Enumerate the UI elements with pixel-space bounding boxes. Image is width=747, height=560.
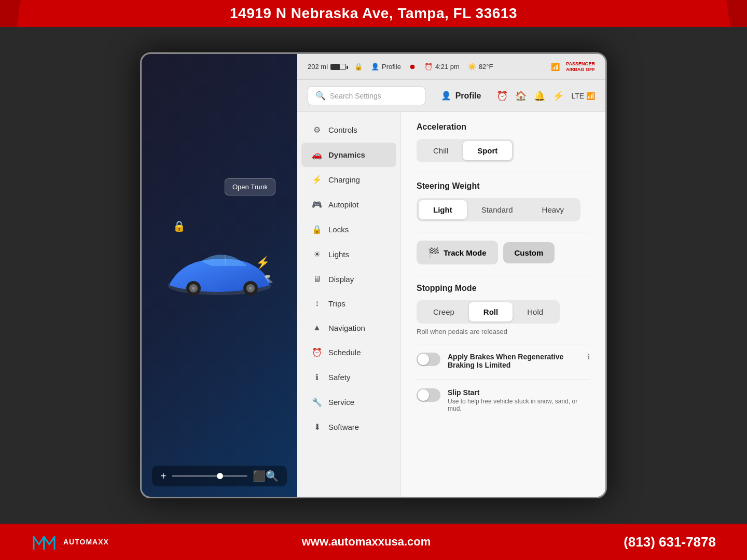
stopping-roll-btn[interactable]: Roll — [469, 302, 513, 321]
sun-icon: ☀️ — [468, 63, 476, 71]
sidebar-item-schedule[interactable]: ⏰ Schedule — [301, 340, 396, 365]
steering-weight-title: Steering Weight — [417, 181, 590, 191]
search-icon: 🔍 — [315, 91, 326, 101]
open-trunk-button[interactable]: Open Trunk — [225, 178, 275, 195]
dynamics-settings: Acceleration Chill Sport Steering Weight… — [401, 112, 605, 497]
sidebar-item-trips[interactable]: ↕ Trips — [301, 291, 396, 315]
car-lock-icon: 🔒 — [173, 220, 186, 232]
divider-1 — [417, 173, 590, 173]
top-banner: 14919 N Nebraska Ave, Tampa, FL 33613 — [0, 0, 747, 27]
profile-icon: 👤 — [441, 91, 451, 101]
svg-point-8 — [265, 275, 270, 278]
acceleration-chill-btn[interactable]: Chill — [419, 141, 463, 160]
sidebar-item-locks[interactable]: 🔒 Locks — [301, 217, 396, 242]
top-banner-text: 14919 N Nebraska Ave, Tampa, FL 33613 — [230, 5, 517, 22]
steering-weight-group: Light Standard Heavy — [417, 198, 580, 221]
sidebar-item-label: Autopilot — [328, 200, 358, 209]
dynamics-icon: 🚗 — [312, 150, 322, 160]
bottom-banner-url: www.automaxxusa.com — [302, 535, 431, 549]
acceleration-group: Chill Sport — [417, 139, 514, 162]
sidebar-item-service[interactable]: 🔧 Service — [301, 390, 396, 414]
top-icons: ⏰ 🏠 🔔 ⚡ LTE 📶 — [496, 90, 595, 102]
apply-brakes-label-area: Apply Brakes When Regenerative Braking I… — [448, 353, 580, 370]
apply-brakes-toggle[interactable] — [417, 353, 440, 366]
steering-standard-btn[interactable]: Standard — [467, 200, 528, 219]
status-right: 📶 PASSENGER AIRBAG OFF — [551, 61, 595, 73]
signal-bars-icon: 📶 — [551, 63, 560, 71]
sidebar-item-navigation[interactable]: ▲ Navigation — [301, 316, 396, 340]
sidebar-item-dynamics[interactable]: 🚗 Dynamics — [301, 143, 396, 167]
track-mode-row: 🏁 Track Mode Custom — [417, 241, 590, 264]
sidebar-item-lights[interactable]: ☀ Lights — [301, 242, 396, 267]
main-content: Open Trunk 🔒 ⚡ + ⬛ 🔍 202 mi — [0, 27, 747, 524]
stopping-hold-btn[interactable]: Hold — [513, 302, 558, 321]
custom-button[interactable]: Custom — [503, 242, 555, 263]
sidebar-item-label: Display — [328, 275, 354, 284]
sidebar-item-autopilot[interactable]: 🎮 Autopilot — [301, 192, 396, 217]
controls-icon: ⚙ — [312, 125, 322, 135]
home-icon[interactable]: 🏠 — [515, 90, 527, 102]
mileage-status: 202 mi — [308, 63, 346, 71]
sidebar: ⚙ Controls 🚗 Dynamics ⚡ Charging 🎮 Autop… — [297, 112, 401, 497]
alarm-icon[interactable]: ⏰ — [496, 90, 508, 102]
lightning-icon: ⚡ — [256, 256, 270, 270]
lte-icon: LTE 📶 — [571, 92, 595, 100]
bottom-banner-left: AUTOMAXX — [31, 531, 109, 552]
sidebar-item-label: Controls — [328, 125, 357, 134]
steering-heavy-btn[interactable]: Heavy — [528, 200, 579, 219]
clock-icon: ⏰ — [424, 63, 433, 71]
bluetooth-icon[interactable]: ⚡ — [552, 90, 564, 102]
bell-icon[interactable]: 🔔 — [534, 90, 545, 102]
profile-status: 👤 Profile — [371, 63, 401, 71]
trips-icon: ↕ — [312, 299, 322, 308]
sidebar-item-software[interactable]: ⬇ Software — [301, 415, 396, 439]
slip-start-toggle[interactable] — [417, 388, 440, 402]
content-area: ⚙ Controls 🚗 Dynamics ⚡ Charging 🎮 Autop… — [297, 112, 605, 497]
bottom-banner: AUTOMAXX www.automaxxusa.com (813) 631-7… — [0, 524, 747, 560]
bottom-controls: + ⬛ 🔍 — [152, 466, 287, 486]
settings-panel: 202 mi 🔒 👤 Profile ⏺ ⏰ 4:21 pm — [297, 54, 605, 497]
svg-point-4 — [192, 287, 195, 290]
sidebar-item-label: Service — [328, 398, 354, 407]
sidebar-item-display[interactable]: 🖥 Display — [301, 267, 396, 291]
stopping-creep-btn[interactable]: Creep — [419, 302, 469, 321]
bottom-banner-phone: (813) 631-7878 — [624, 534, 716, 550]
sidebar-item-charging[interactable]: ⚡ Charging — [301, 167, 396, 192]
sidebar-item-label: Trips — [328, 299, 345, 308]
brightness-slider[interactable] — [172, 475, 247, 477]
lock-status: 🔒 — [354, 63, 363, 71]
slip-start-row: Slip Start Use to help free vehicle stuc… — [417, 388, 590, 412]
divider-4 — [417, 344, 590, 344]
software-icon: ⬇ — [312, 422, 322, 432]
divider-2 — [417, 232, 590, 232]
plus-button[interactable]: + — [160, 470, 167, 482]
apply-brakes-info-icon[interactable]: ℹ — [587, 353, 590, 361]
stopping-mode-title: Stopping Mode — [417, 284, 590, 293]
tesla-screen: Open Trunk 🔒 ⚡ + ⬛ 🔍 202 mi — [140, 52, 607, 498]
acceleration-title: Acceleration — [417, 122, 590, 132]
record-status: ⏺ — [409, 63, 416, 71]
search-button[interactable]: 🔍 — [266, 470, 279, 482]
divider-5 — [417, 380, 590, 380]
passenger-airbag-badge: PASSENGER AIRBAG OFF — [566, 61, 595, 73]
apply-brakes-title: Apply Brakes When Regenerative Braking I… — [448, 353, 580, 369]
sidebar-item-label: Software — [328, 423, 359, 431]
locks-icon: 🔒 — [312, 225, 322, 234]
sidebar-item-safety[interactable]: ℹ Safety — [301, 365, 396, 389]
car-image — [142, 54, 297, 497]
acceleration-sport-btn[interactable]: Sport — [463, 141, 512, 160]
apply-brakes-row: Apply Brakes When Regenerative Braking I… — [417, 353, 590, 370]
search-input-area[interactable]: 🔍 Search Settings — [308, 86, 425, 105]
steering-light-btn[interactable]: Light — [419, 200, 467, 219]
record-icon: ⏺ — [409, 63, 416, 71]
sidebar-item-controls[interactable]: ⚙ Controls — [301, 118, 396, 142]
weather-status: ☀️ 82°F — [468, 63, 493, 71]
lights-icon: ☀ — [312, 249, 322, 259]
lock-icon: 🔒 — [354, 63, 363, 71]
track-mode-button[interactable]: 🏁 Track Mode — [417, 241, 498, 264]
equalizer-icon[interactable]: ⬛ — [253, 470, 266, 482]
checkered-flag-icon: 🏁 — [428, 247, 439, 258]
divider-3 — [417, 275, 590, 275]
car-area: Open Trunk 🔒 ⚡ + ⬛ 🔍 — [142, 54, 297, 497]
automaxx-text: AUTOMAXX — [63, 538, 109, 546]
